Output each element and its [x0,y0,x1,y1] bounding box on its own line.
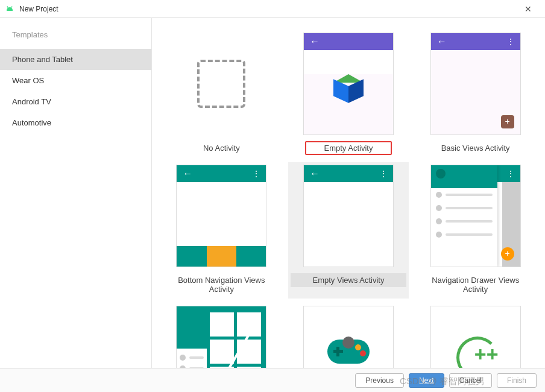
cancel-button[interactable]: Cancel [449,373,492,388]
main-area: Templates Phone and Tablet Wear OS Andro… [0,18,545,368]
thumb-cpp: ++ [430,306,521,368]
overflow-icon: ⋮ [252,169,260,179]
next-button[interactable]: Next [409,373,444,388]
template-label: Bottom Navigation Views Activity [163,273,279,296]
close-button[interactable]: ✕ [516,4,540,14]
overflow-icon: ⋮ [506,37,514,46]
sidebar-item-wear-os[interactable]: Wear OS [0,70,151,91]
window-title: New Project [19,5,516,13]
sidebar-item-android-tv[interactable]: Android TV [0,91,151,112]
thumb-bottom-nav: ←⋮ [176,165,266,267]
sidebar: Templates Phone and Tablet Wear OS Andro… [0,18,152,368]
thumb-responsive [176,306,266,368]
template-responsive[interactable] [161,303,282,368]
android-icon [5,4,14,14]
fab-icon: + [501,115,514,128]
gamepad-icon [327,340,370,364]
back-arrow-icon: ← [310,168,320,179]
back-arrow-icon: ← [437,36,447,47]
resize-arrow-icon [208,311,262,368]
sidebar-item-phone-tablet[interactable]: Phone and Tablet [0,49,151,70]
overflow-icon: ⋮ [506,169,514,179]
thumb-nav-drawer: ⋮ + [430,165,521,267]
back-arrow-icon: ← [310,36,320,47]
template-grid: No Activity ← Empty Activity ←⋮ + [152,18,545,368]
previous-button[interactable]: Previous [355,373,404,388]
template-empty-activity[interactable]: ← Empty Activity [288,30,409,157]
template-game[interactable] [288,303,409,368]
template-native-cpp[interactable]: ++ [415,303,536,368]
titlebar: New Project ✕ [0,0,545,18]
template-nav-drawer[interactable]: ⋮ + Navigation Drawer Views Activity [415,162,536,299]
fab-icon: + [501,247,514,261]
template-bottom-nav[interactable]: ←⋮ Bottom Navigation Views Activity [161,162,282,299]
sidebar-header: Templates [0,30,151,49]
template-label: No Activity [200,141,244,155]
svg-line-0 [211,317,259,368]
thumb-no-activity [176,33,266,135]
template-no-activity[interactable]: No Activity [161,30,282,157]
thumb-empty-views: ←⋮ [303,165,394,267]
template-label: Basic Views Activity [438,141,514,155]
template-basic-views[interactable]: ←⋮ + Basic Views Activity [415,30,536,157]
template-label: Empty Views Activity [291,273,406,287]
template-empty-views[interactable]: ←⋮ Empty Views Activity [288,162,409,299]
overflow-icon: ⋮ [379,169,387,179]
footer: Previous Next Cancel Finish [0,368,545,392]
back-arrow-icon: ← [183,168,192,179]
thumb-basic-views: ←⋮ + [430,33,521,135]
thumb-game [303,306,394,368]
template-label: Navigation Drawer Views Activity [418,273,534,296]
sidebar-item-automotive[interactable]: Automotive [0,112,151,133]
thumb-empty-activity: ← [303,33,394,135]
finish-button: Finish [497,373,537,388]
template-label: Empty Activity [305,141,392,155]
cpp-icon: ++ [431,306,520,366]
